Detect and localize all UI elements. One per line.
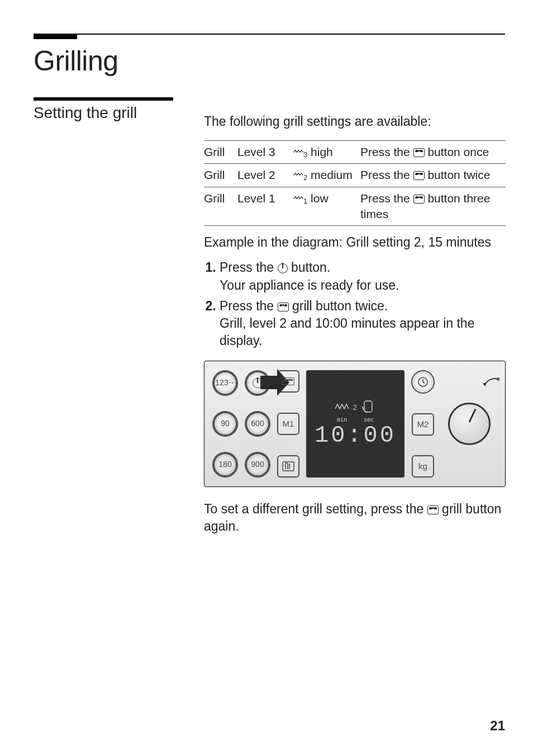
cell-mode: Grill (204, 164, 237, 187)
cell-level: Level 3 (237, 141, 293, 164)
intensity-label: low (311, 192, 329, 205)
cell-action: Press the button twice (360, 164, 506, 187)
rotary-knob (448, 403, 491, 445)
step2-post: grill button twice. (289, 299, 388, 313)
page-title: Grilling (34, 45, 505, 77)
steps-list: Press the button. Your appliance is read… (204, 259, 506, 349)
display-mode-icons: 2 (335, 400, 375, 413)
step2-note: Grill, level 2 and 10:00 minutes appear … (220, 316, 474, 348)
power-icon (278, 263, 288, 273)
section-setting-the-grill: Setting the grill The following grill se… (34, 97, 505, 548)
after-text: To set a different grill setting, press … (204, 500, 506, 535)
step1-note: Your appliance is ready for use. (220, 278, 399, 292)
panel-col-1: 123→ 90 180 (212, 370, 238, 478)
step1-pre: Press the (220, 260, 278, 275)
control-panel-illustration: 123→ 90 180 600 900 M1 2 (204, 361, 506, 487)
panel-btn-clock (411, 370, 435, 394)
action-pre: Press the (360, 168, 413, 181)
table-row: Grill Level 2 2 medium Press the button … (204, 164, 506, 187)
panel-btn-600: 600 (245, 411, 270, 437)
grill-settings-table: Grill Level 3 3 high Press the button on… (204, 140, 506, 226)
table-row: Grill Level 1 1 low Press the button thr… (204, 187, 506, 226)
step-1: Press the button. Your appliance is read… (220, 259, 506, 294)
section-heading: Setting the grill (34, 104, 204, 122)
level-subscript: 1 (303, 197, 307, 205)
panel-btn-90: 90 (212, 411, 238, 437)
action-post: button twice (425, 168, 491, 181)
example-text: Example in the diagram: Grill setting 2,… (204, 234, 506, 251)
intensity-label: high (311, 145, 333, 158)
section-heading-bar (34, 97, 173, 101)
action-pre: Press the (360, 145, 413, 158)
cell-action: Press the button once (360, 141, 506, 164)
svg-rect-1 (364, 401, 372, 412)
grill-button-icon (427, 505, 439, 514)
knob-arc-icon (482, 377, 499, 390)
panel-btn-m1: M1 (277, 413, 299, 435)
step2-pre: Press the (220, 299, 278, 313)
zigzag-icon (293, 195, 303, 201)
grill-button-icon (413, 195, 425, 204)
rotate-icon (360, 400, 376, 413)
section-body: The following grill settings are availab… (204, 97, 506, 548)
cell-intensity: 2 medium (293, 164, 360, 187)
panel-knob-area (441, 370, 497, 478)
level-subscript: 2 (303, 173, 307, 182)
power-icon (253, 378, 263, 388)
panel-btn-180: 180 (212, 452, 238, 478)
cell-action: Press the button three times (360, 187, 506, 226)
svg-rect-0 (283, 462, 294, 471)
cell-intensity: 3 high (293, 141, 360, 164)
grill-icon (282, 377, 294, 385)
panel-btn-123: 123→ (212, 370, 238, 396)
grill-button-icon (413, 171, 425, 180)
display-time: 10:00 (315, 424, 396, 447)
panel-btn-memory (277, 455, 299, 478)
panel-btn-m2: M2 (412, 413, 434, 436)
cell-mode: Grill (204, 187, 237, 226)
grill-button-icon (278, 303, 289, 311)
top-rule-accent (34, 34, 77, 39)
table-row: Grill Level 3 3 high Press the button on… (204, 141, 506, 164)
label: 900 (246, 453, 269, 476)
panel-btn-kg: kg (412, 455, 434, 478)
page-number: 21 (490, 718, 505, 734)
label: 90 (213, 412, 237, 436)
label: 123 (215, 377, 228, 388)
top-rule (34, 34, 505, 35)
clock-icon (417, 376, 429, 388)
memory-icon (282, 461, 294, 471)
action-pre: Press the (360, 192, 413, 205)
zigzag-icon (335, 402, 349, 411)
panel-col-4: M2 kg (411, 370, 435, 478)
step-2: Press the grill button twice. Grill, lev… (220, 297, 506, 349)
cell-intensity: 1 low (293, 187, 360, 226)
zigzag-icon (293, 172, 303, 177)
step1-post: button. (288, 260, 331, 275)
action-post: button once (425, 145, 489, 158)
panel-display: 2 min sec 10:00 (306, 370, 404, 478)
intensity-label: medium (311, 168, 353, 181)
section-heading-column: Setting the grill (34, 97, 204, 122)
label: 180 (213, 453, 237, 476)
display-level: 2 (353, 404, 356, 413)
cell-level: Level 2 (237, 164, 293, 187)
after-pre: To set a different grill setting, press … (204, 502, 427, 516)
cell-mode: Grill (204, 141, 237, 164)
panel-btn-900: 900 (245, 452, 270, 478)
zigzag-icon (293, 149, 303, 154)
intro-text: The following grill settings are availab… (204, 113, 506, 130)
level-subscript: 3 (303, 150, 307, 159)
grill-button-icon (413, 148, 425, 157)
label: 600 (246, 412, 269, 436)
cell-level: Level 1 (237, 187, 293, 226)
